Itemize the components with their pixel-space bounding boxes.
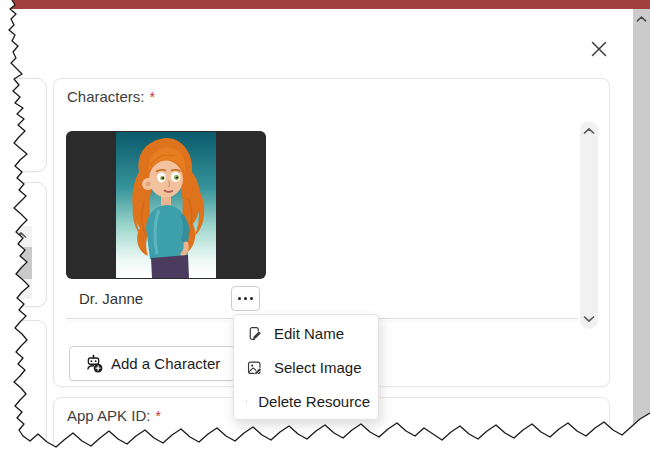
chevron-up-icon[interactable]: [636, 15, 647, 23]
scrollbar-thumb[interactable]: [10, 247, 32, 279]
close-button[interactable]: [585, 35, 613, 63]
menu-item-edit-name[interactable]: Edit Name: [234, 316, 378, 350]
menu-item-label: Select Image: [274, 359, 362, 376]
window-scrollbar[interactable]: [633, 9, 650, 436]
ellipsis-icon: [238, 297, 253, 300]
menu-item-delete-resource[interactable]: Delete Resource: [234, 384, 378, 418]
left-panel-scrollbar[interactable]: [10, 226, 32, 299]
required-asterisk: *: [155, 408, 160, 424]
more-options-button[interactable]: [231, 286, 260, 311]
close-icon: [590, 40, 608, 58]
characters-field-label: Characters:*: [67, 88, 155, 105]
menu-item-select-image[interactable]: Select Image: [234, 350, 378, 384]
characters-list-scrollbar[interactable]: [580, 121, 598, 329]
add-character-label: Add a Character: [111, 355, 220, 372]
robot-add-icon: [84, 354, 103, 373]
background-panel-card: [0, 320, 47, 457]
characters-label: Characters:: [67, 88, 145, 105]
image-edit-icon: [246, 359, 263, 376]
chevron-down-icon[interactable]: [583, 315, 595, 323]
menu-item-label: Delete Resource: [258, 393, 370, 410]
apk-label: App APK ID:: [67, 407, 150, 424]
character-name: Dr. Janne: [79, 290, 143, 307]
character-image: [116, 132, 216, 278]
screenshot-root: Characters:*: [0, 0, 650, 457]
document-edit-icon: [246, 325, 263, 342]
character-tile[interactable]: [66, 131, 266, 279]
chevron-down-icon[interactable]: [15, 286, 27, 294]
character-illustration: [116, 132, 216, 278]
chevron-up-icon[interactable]: [15, 231, 27, 239]
background-panel-card: [0, 182, 47, 307]
required-asterisk: *: [150, 89, 155, 105]
chevron-up-icon[interactable]: [583, 127, 595, 135]
menu-item-label: Edit Name: [274, 325, 344, 342]
top-accent-bar: [0, 0, 650, 9]
apk-field-label: App APK ID:*: [67, 407, 161, 424]
context-menu: Edit Name Select Image Delete Resource: [233, 314, 379, 420]
background-panel-card: [0, 78, 47, 172]
trash-icon: [246, 393, 247, 410]
add-character-button[interactable]: Add a Character: [69, 346, 235, 381]
